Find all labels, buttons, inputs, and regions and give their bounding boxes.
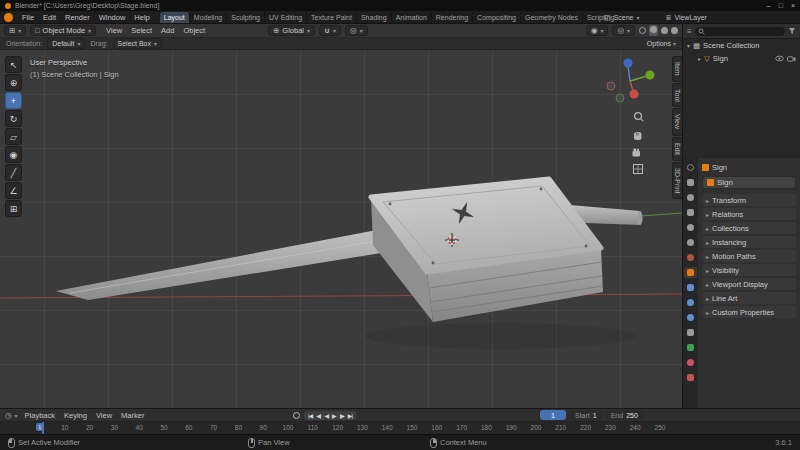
properties-panel-viewport-display[interactable]: Viewport Display	[702, 278, 796, 290]
drag-setting-dropdown[interactable]: Select Box	[113, 38, 162, 49]
transport-play-button[interactable]: ▶	[332, 412, 336, 419]
outliner-row-sign[interactable]: Sign	[683, 52, 800, 65]
workspace-tab-animation[interactable]: Animation	[392, 12, 432, 23]
collapse-caret-icon[interactable]	[687, 41, 690, 50]
menu-window[interactable]: Window	[95, 12, 130, 23]
snap-toggle[interactable]	[319, 25, 341, 36]
workspace-tab-rendering[interactable]: Rendering	[432, 12, 473, 23]
menu-render[interactable]: Render	[61, 12, 94, 23]
minimize-button[interactable]: –	[767, 2, 771, 9]
sidebar-tab-item[interactable]: Item	[672, 56, 682, 82]
timeline-menu-playback[interactable]: Playback	[21, 410, 59, 421]
axis-z-ball[interactable]	[624, 59, 633, 68]
transport-jump-start-button[interactable]: |◀	[308, 412, 312, 419]
sidebar-tab-view[interactable]: View	[672, 108, 682, 135]
properties-tab-modifiers[interactable]	[684, 282, 697, 293]
frame-start-field[interactable]: Start 1	[570, 410, 602, 420]
properties-tab-view-layer[interactable]	[684, 222, 697, 233]
orientation-setting-dropdown[interactable]: Default	[47, 38, 85, 49]
transform-orientation-dropdown[interactable]: Global	[268, 25, 315, 36]
axis-x-ball[interactable]	[630, 90, 639, 99]
frame-end-field[interactable]: End 250	[606, 410, 643, 420]
transport-next-keyframe-button[interactable]: |▶	[340, 412, 344, 419]
timeline-menu-keying[interactable]: Keying	[60, 410, 91, 421]
tool-rotate-button[interactable]: ↻	[5, 110, 22, 127]
navigation-gizmo[interactable]	[607, 59, 655, 103]
timeline-menu-view[interactable]: View	[92, 410, 116, 421]
properties-panel-custom-properties[interactable]: Custom Properties	[702, 306, 796, 318]
properties-tab-scene[interactable]	[684, 237, 697, 248]
tool-measure-button[interactable]: ∠	[5, 182, 22, 199]
auto-keying-record-button[interactable]	[293, 412, 300, 419]
filter-funnel-icon[interactable]	[788, 27, 796, 35]
properties-tab-object-data[interactable]	[684, 342, 697, 353]
properties-panel-transform[interactable]: Transform	[702, 194, 796, 206]
camera-view-icon[interactable]	[633, 148, 641, 156]
workspace-tab-sculpting[interactable]: Sculpting	[227, 12, 265, 23]
proportional-edit-toggle[interactable]	[345, 25, 368, 36]
transport-play-reverse-button[interactable]: ◀	[324, 412, 328, 419]
tool-add-cube-button[interactable]: ⊞	[5, 200, 22, 217]
workspace-tab-shading[interactable]: Shading	[357, 12, 392, 23]
axis-y-ball[interactable]	[646, 71, 655, 80]
current-frame-field[interactable]: 1	[540, 410, 566, 420]
overlays-dropdown[interactable]	[612, 25, 635, 36]
menu-file[interactable]: File	[18, 12, 38, 23]
properties-tab-physics[interactable]	[684, 312, 697, 323]
tool-annotate-button[interactable]: ╱	[5, 164, 22, 181]
scene-selector[interactable]: Scene	[604, 14, 640, 22]
sidebar-tab-edit[interactable]: Edit	[672, 137, 682, 161]
properties-tab-object[interactable]	[684, 267, 697, 278]
transport-jump-end-button[interactable]: ▶|	[348, 412, 352, 419]
disable-camera-icon[interactable]	[787, 55, 796, 62]
workspace-tab-geometry-nodes[interactable]: Geometry Nodes	[521, 12, 583, 23]
show-gizmos-dropdown[interactable]	[586, 25, 609, 36]
mode-dropdown[interactable]: Object Mode	[30, 25, 96, 36]
menu-edit[interactable]: Edit	[39, 12, 60, 23]
object-name-field[interactable]: Sign	[702, 176, 796, 189]
viewport-canvas[interactable]	[0, 50, 682, 408]
timeline-editor-icon[interactable]	[5, 411, 12, 420]
sidebar-tab-3d-print[interactable]: 3D-Print	[672, 162, 682, 200]
close-button[interactable]: ×	[791, 2, 795, 9]
properties-tab-particles[interactable]	[684, 297, 697, 308]
axis-neg-ball[interactable]	[607, 82, 615, 90]
workspace-tab-texture-paint[interactable]: Texture Paint	[307, 12, 357, 23]
timeline-menu-marker[interactable]: Marker	[117, 410, 148, 421]
properties-panel-line-art[interactable]: Line Art	[702, 292, 796, 304]
tool-transform-button[interactable]: ◉	[5, 146, 22, 163]
outliner-row-scene-collection[interactable]: Scene Collection	[683, 39, 800, 52]
viewport-3d[interactable]: User Perspective (1) Scene Collection | …	[0, 50, 682, 408]
sidebar-tab-tool[interactable]: Tool	[672, 83, 682, 108]
hide-eye-icon[interactable]	[775, 55, 784, 62]
workspace-tab-modeling[interactable]: Modeling	[190, 12, 227, 23]
tool-move-button[interactable]: +	[5, 92, 22, 109]
workspace-tab-compositing[interactable]: Compositing	[473, 12, 521, 23]
editor-type-button[interactable]	[4, 25, 26, 36]
view-layer-selector[interactable]: ViewLayer	[666, 14, 707, 22]
timeline-ruler[interactable]: 1 01020304050607080901001101201301401501…	[0, 422, 800, 434]
viewport-menu-add[interactable]: Add	[157, 25, 178, 36]
viewport-menu-object[interactable]: Object	[179, 25, 209, 36]
properties-tab-world[interactable]	[684, 252, 697, 263]
outliner-search-input[interactable]	[695, 27, 785, 36]
properties-tab-tool[interactable]	[684, 177, 697, 188]
shading-wireframe-button[interactable]	[639, 27, 646, 34]
tool-scale-button[interactable]: ▱	[5, 128, 22, 145]
options-dropdown[interactable]: Options	[647, 40, 676, 47]
properties-tab-render[interactable]	[684, 192, 697, 203]
transport-prev-keyframe-button[interactable]: ◀|	[316, 412, 320, 419]
sign-model-mesh[interactable]	[56, 179, 643, 322]
move-view-hand-icon[interactable]	[634, 132, 642, 140]
workspace-tab-layout[interactable]: Layout	[160, 12, 190, 23]
properties-panel-motion-paths[interactable]: Motion Paths	[702, 250, 796, 262]
properties-panel-collections[interactable]: Collections	[702, 222, 796, 234]
tool-select-box-button[interactable]: ↖	[5, 56, 22, 73]
shading-solid-button[interactable]	[649, 25, 658, 36]
properties-tab-output[interactable]	[684, 207, 697, 218]
expand-caret-icon[interactable]	[698, 54, 701, 63]
viewport-menu-select[interactable]: Select	[127, 25, 156, 36]
shading-material-button[interactable]	[661, 27, 668, 34]
blender-logo-icon[interactable]	[4, 13, 13, 22]
properties-tab-search[interactable]	[684, 162, 697, 173]
